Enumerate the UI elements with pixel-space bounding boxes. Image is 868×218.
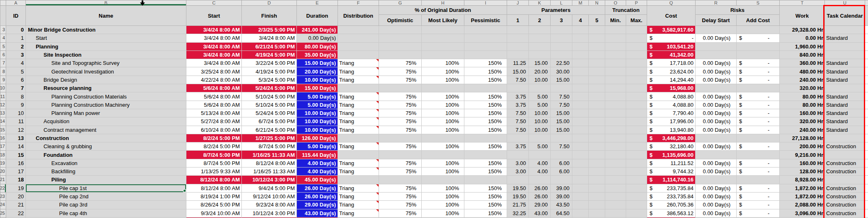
cell-work[interactable]: 200.00 Hr: [780, 142, 825, 151]
cell-work[interactable]: 80.00 Hr: [780, 101, 825, 109]
cell-param-5[interactable]: [589, 184, 605, 192]
cell-delay-start[interactable]: 0.00 Day(s): [696, 192, 737, 200]
cell-optimistic[interactable]: 75%: [379, 159, 422, 167]
cell-distribution[interactable]: Triang: [338, 109, 379, 117]
cell-start[interactable]: 3/25/24 8:00 AM: [186, 67, 242, 76]
cell-delay-start[interactable]: [696, 26, 737, 34]
header-add-cost[interactable]: Add Cost: [737, 15, 780, 26]
cell-param-1[interactable]: 21.75: [507, 201, 529, 209]
cell-finish[interactable]: 9/4/24 5:00 PM: [242, 184, 297, 192]
cell-start[interactable]: 3/4/24 8:00 AM: [186, 42, 242, 50]
header-param-2[interactable]: 2: [529, 15, 551, 26]
cell-truncation-max[interactable]: [626, 50, 647, 59]
cell-cost[interactable]: $17,718.00: [647, 59, 696, 67]
cell-param-2[interactable]: [529, 176, 551, 184]
cell-cost[interactable]: $13,940.80: [647, 126, 696, 134]
cell-finish[interactable]: 9/12/24 10:00 AM: [242, 192, 297, 200]
cell-task-calendar[interactable]: Construction: [825, 201, 865, 209]
row-number[interactable]: 19: [0, 159, 6, 167]
cell-cost[interactable]: $23,624.00: [647, 67, 696, 76]
cell-name[interactable]: Contract management: [26, 126, 186, 134]
cell-param-3[interactable]: 7.50: [551, 92, 572, 101]
cell-param-3[interactable]: 15.00: [551, 117, 572, 126]
cell-start[interactable]: 1/13/25 9:33 AM: [186, 168, 242, 176]
header-min[interactable]: Min.: [605, 15, 626, 26]
cell-name[interactable]: Backfilling: [26, 168, 186, 176]
cell-distribution[interactable]: [338, 84, 379, 92]
cell-id[interactable]: 11: [6, 117, 26, 126]
cell-param-3[interactable]: [551, 50, 572, 59]
cell-truncation-min[interactable]: [605, 34, 626, 42]
cell-optimistic[interactable]: 75%: [379, 109, 422, 117]
cell-id[interactable]: 22: [6, 209, 26, 217]
cell-param-5[interactable]: [589, 168, 605, 176]
row-number[interactable]: 15: [0, 126, 6, 134]
cell-add-cost[interactable]: [737, 151, 780, 159]
cell-work[interactable]: 480.00 Hr: [780, 67, 825, 76]
cell-most-likely[interactable]: 100%: [422, 101, 464, 109]
cell-param-1[interactable]: [507, 26, 529, 34]
header-delay-start[interactable]: Delay Start: [696, 15, 737, 26]
cell-id[interactable]: 8: [6, 92, 26, 101]
cell-param-4[interactable]: [572, 151, 589, 159]
cell-param-4[interactable]: [572, 117, 589, 126]
cell-param-5[interactable]: [589, 67, 605, 76]
cell-param-3[interactable]: 7.50: [551, 101, 572, 109]
cell-cost[interactable]: $3,446,298.00: [647, 134, 696, 142]
cell-work[interactable]: 320.00 Hr: [780, 84, 825, 92]
cell-optimistic[interactable]: 75%: [379, 201, 422, 209]
cell-param-4[interactable]: [572, 59, 589, 67]
cell-param-5[interactable]: [589, 109, 605, 117]
cell-truncation-min[interactable]: [605, 92, 626, 101]
cell-cost[interactable]: $1,114,740.16: [647, 176, 696, 184]
cell-param-3[interactable]: [551, 176, 572, 184]
cell-most-likely[interactable]: 100%: [422, 67, 464, 76]
cell-add-cost[interactable]: $-: [737, 126, 780, 134]
cell-param-3[interactable]: 15.00: [551, 76, 572, 84]
select-all-corner[interactable]: [0, 0, 6, 6]
cell-param-3[interactable]: 64.50: [551, 209, 572, 217]
cell-name[interactable]: Planning: [26, 42, 186, 50]
cell-start[interactable]: 3/4/24 8:00 AM: [186, 50, 242, 59]
cell-truncation-min[interactable]: [605, 84, 626, 92]
cell-start[interactable]: 8/19/24 1:00 PM: [186, 192, 242, 200]
cell-optimistic[interactable]: 75%: [379, 59, 422, 67]
header-param-3[interactable]: 3: [551, 15, 572, 26]
cell-most-likely[interactable]: 100%: [422, 76, 464, 84]
cell-truncation-max[interactable]: [626, 159, 647, 167]
cell-id[interactable]: 13: [6, 134, 26, 142]
row-number[interactable]: 11: [0, 92, 6, 101]
cell-pessimistic[interactable]: [464, 176, 507, 184]
cell-pessimistic[interactable]: 150%: [464, 59, 507, 67]
cell-delay-start[interactable]: 0.00 Day(s): [696, 126, 737, 134]
cell-optimistic[interactable]: [379, 151, 422, 159]
cell-param-5[interactable]: [589, 176, 605, 184]
cell-distribution[interactable]: Triang: [338, 192, 379, 200]
cell-optimistic[interactable]: 75%: [379, 142, 422, 151]
cell-duration[interactable]: 5.00 Day(s): [297, 92, 338, 101]
cell-delay-start[interactable]: 0.00 Day(s): [696, 76, 737, 84]
cell-truncation-min[interactable]: [605, 109, 626, 117]
cell-add-cost[interactable]: $-: [737, 92, 780, 101]
cell-work[interactable]: 1,960.00 Hr: [780, 42, 825, 50]
cell-most-likely[interactable]: 100%: [422, 209, 464, 217]
cell-param-2[interactable]: [529, 151, 551, 159]
cell-duration[interactable]: 15.00 Day(s): [297, 59, 338, 67]
cell-task-calendar[interactable]: [825, 134, 865, 142]
cell-truncation-min[interactable]: [605, 201, 626, 209]
cell-pessimistic[interactable]: [464, 42, 507, 50]
cell-cost[interactable]: $1,135,696.00: [647, 151, 696, 159]
cell-finish[interactable]: 3/22/24 5:00 PM: [242, 59, 297, 67]
cell-finish[interactable]: 5/10/24 5:00 PM: [242, 101, 297, 109]
header-duration[interactable]: Duration: [297, 6, 338, 26]
cell-most-likely[interactable]: [422, 176, 464, 184]
cell-start[interactable]: 6/10/24 8:00 AM: [186, 126, 242, 134]
cell-cost[interactable]: $103,541.20: [647, 42, 696, 50]
row-number[interactable]: 14: [0, 117, 6, 126]
column-letter-P[interactable]: P: [626, 0, 647, 6]
cell-param-3[interactable]: 43.50: [551, 201, 572, 209]
header-distribution[interactable]: Distribution: [338, 6, 379, 26]
cell-param-1[interactable]: 19.50: [507, 184, 529, 192]
cell-cost[interactable]: $17,996.00: [647, 117, 696, 126]
cell-add-cost[interactable]: [737, 176, 780, 184]
